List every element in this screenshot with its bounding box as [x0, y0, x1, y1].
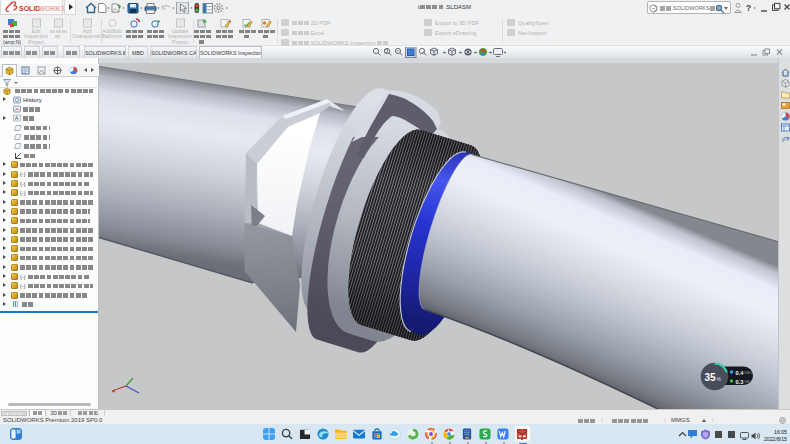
- svg-text:%: %: [717, 376, 722, 382]
- svg-text:SOLID: SOLID: [19, 5, 40, 12]
- svg-text:?: ?: [746, 3, 751, 13]
- svg-text:KB/s: KB/s: [745, 380, 752, 384]
- svg-text:35: 35: [705, 372, 717, 383]
- svg-text:A: A: [15, 115, 19, 121]
- svg-text:KB/s: KB/s: [745, 371, 752, 375]
- svg-text:0.3: 0.3: [736, 379, 744, 385]
- svg-text:0.4: 0.4: [736, 370, 745, 376]
- svg-text:WORKS: WORKS: [39, 5, 65, 12]
